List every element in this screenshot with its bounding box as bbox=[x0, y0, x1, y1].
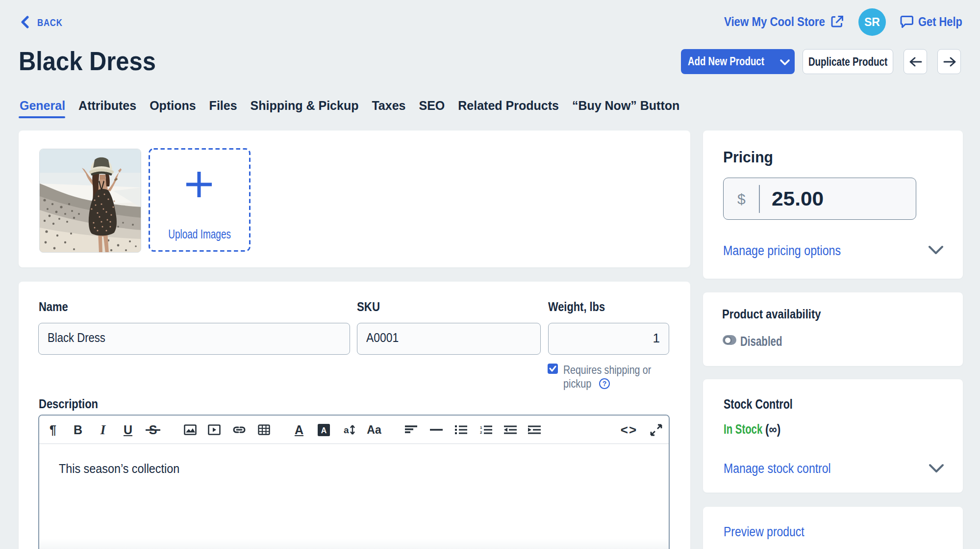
svg-text:?: ? bbox=[603, 380, 607, 388]
svg-text:1: 1 bbox=[480, 425, 482, 430]
svg-text:2: 2 bbox=[480, 430, 482, 434]
svg-text:A: A bbox=[321, 426, 327, 435]
svg-text:a: a bbox=[344, 425, 349, 435]
